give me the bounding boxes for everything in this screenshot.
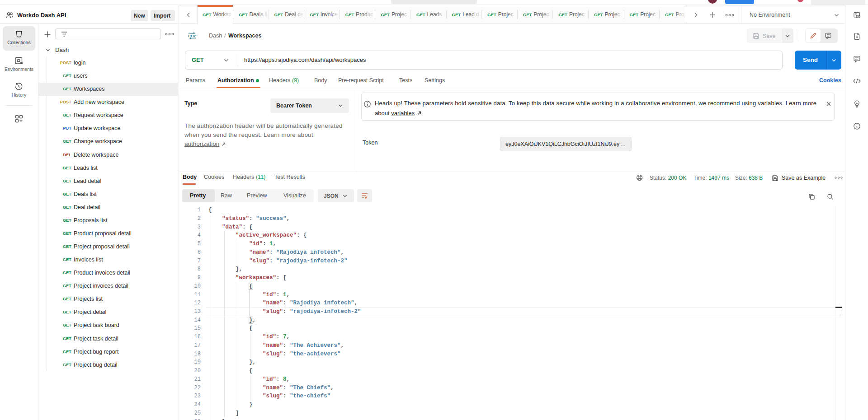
svg-text:HTTP: HTTP (188, 34, 196, 38)
